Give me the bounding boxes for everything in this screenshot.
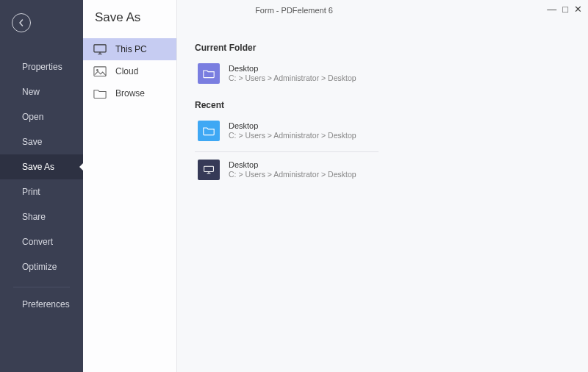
entry-text: Desktop C: > Users > Administrator > Des…: [229, 121, 356, 141]
nav-optimize[interactable]: Optimize: [0, 254, 83, 279]
recent-entry[interactable]: Desktop C: > Users > Administrator > Des…: [195, 155, 570, 185]
nav-print[interactable]: Print: [0, 179, 83, 204]
window-title: Form - PDFelement 6: [255, 6, 333, 15]
locations-list: This PC Cloud Browse: [83, 38, 176, 104]
location-label: This PC: [115, 44, 147, 54]
current-folder-heading: Current Folder: [195, 43, 570, 53]
location-label: Browse: [115, 88, 145, 99]
nav-share[interactable]: Share: [0, 204, 83, 229]
folder-icon: [198, 63, 220, 84]
nav-open[interactable]: Open: [0, 104, 83, 129]
nav-save-as[interactable]: Save As: [0, 154, 83, 179]
maximize-button[interactable]: □: [562, 4, 568, 14]
svg-point-2: [96, 69, 98, 71]
entry-name: Desktop: [229, 160, 356, 170]
location-browse[interactable]: Browse: [83, 82, 176, 104]
nav-preferences[interactable]: Preferences: [0, 292, 83, 317]
location-label: Cloud: [115, 66, 138, 76]
recent-separator: [195, 151, 379, 152]
file-menu-sidebar: Properties New Open Save Save As Print S…: [0, 0, 83, 372]
svg-rect-0: [94, 45, 106, 52]
monitor-icon: [198, 160, 220, 180]
entry-text: Desktop C: > Users > Administrator > Des…: [229, 63, 356, 84]
file-menu-nav: Properties New Open Save Save As Print S…: [0, 54, 83, 317]
current-folder-entry[interactable]: Desktop C: > Users > Administrator > Des…: [195, 59, 570, 88]
location-cloud[interactable]: Cloud: [83, 60, 176, 82]
picture-icon: [93, 66, 107, 76]
recent-entry[interactable]: Desktop C: > Users > Administrator > Des…: [195, 116, 570, 146]
folder-icon: [93, 88, 107, 99]
title-bar: Form - PDFelement 6 — □ ✕: [0, 0, 588, 21]
svg-rect-3: [204, 166, 214, 171]
minimize-button[interactable]: —: [547, 4, 556, 14]
entry-name: Desktop: [229, 63, 356, 74]
close-button[interactable]: ✕: [574, 4, 582, 14]
entry-path: C: > Users > Administrator > Desktop: [229, 74, 356, 84]
nav-save[interactable]: Save: [0, 129, 83, 154]
nav-new[interactable]: New: [0, 79, 83, 104]
entry-path: C: > Users > Administrator > Desktop: [229, 131, 356, 141]
entry-path: C: > Users > Administrator > Desktop: [229, 170, 356, 180]
nav-convert[interactable]: Convert: [0, 229, 83, 254]
svg-rect-1: [94, 67, 106, 76]
entry-text: Desktop C: > Users > Administrator > Des…: [229, 160, 356, 180]
main-content: Current Folder Desktop C: > Users > Admi…: [177, 0, 588, 372]
recent-heading: Recent: [195, 100, 570, 110]
nav-properties[interactable]: Properties: [0, 54, 83, 79]
locations-column: Save As This PC Cloud Browse: [83, 0, 177, 372]
nav-separator: [13, 287, 70, 287]
window-controls: — □ ✕: [547, 4, 582, 14]
folder-icon: [198, 121, 220, 141]
monitor-icon: [93, 44, 107, 54]
entry-name: Desktop: [229, 121, 356, 131]
location-this-pc[interactable]: This PC: [83, 38, 176, 60]
